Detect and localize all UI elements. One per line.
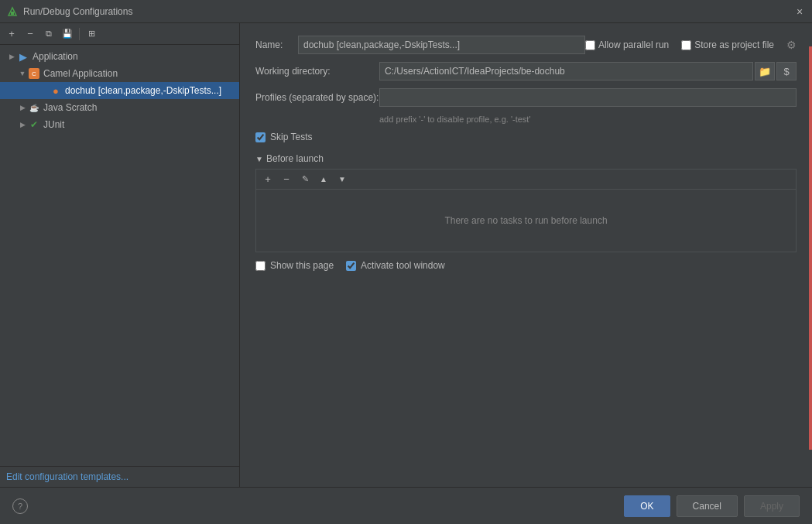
gear-icon[interactable]: ⚙ (786, 39, 797, 51)
junit-icon: ✔ (28, 118, 40, 131)
profiles-input[interactable] (379, 88, 797, 107)
before-launch-toggle[interactable]: ▼ (255, 155, 263, 163)
save-config-button[interactable]: 💾 (59, 26, 76, 43)
skip-tests-checkbox[interactable] (255, 132, 266, 142)
working-dir-row: Working directory: 📁 $ (255, 62, 797, 80)
application-icon: ▶ (17, 50, 29, 63)
working-dir-input-wrap: 📁 $ (379, 62, 797, 80)
tree-item-dochub-label: dochub [clean,package,-DskipTests...] (65, 85, 221, 96)
toolbar-separator (79, 28, 80, 40)
before-launch-up-button[interactable]: ▲ (315, 171, 332, 188)
tree-item-application-label: Application (33, 51, 78, 62)
java-expand-icon: ▶ (17, 102, 28, 113)
show-page-checkbox[interactable] (255, 261, 266, 271)
allow-parallel-checkbox[interactable] (585, 40, 595, 50)
allow-parallel-item: Allow parallel run (585, 39, 669, 50)
tree-item-camel-label: Camel Application (43, 68, 118, 79)
name-input[interactable] (298, 36, 585, 54)
profiles-row: Profiles (separated by space): (255, 88, 797, 107)
add-config-button[interactable]: + (3, 26, 20, 43)
tree-item-java-label: Java Scratch (43, 102, 97, 113)
title-bar: Run/Debug Configurations × (0, 0, 812, 23)
before-launch-toolbar: + − ✎ ▲ ▼ (256, 170, 796, 190)
tree-item-java-scratch[interactable]: ▶ ☕ Java Scratch (0, 99, 239, 116)
camel-expand-icon: ▼ (17, 68, 28, 79)
tree-item-junit-label: JUnit (43, 119, 64, 130)
before-launch-box: + − ✎ ▲ ▼ There are no tasks to run befo… (255, 169, 797, 252)
show-page-item: Show this page (255, 260, 334, 271)
remove-config-button[interactable]: − (22, 26, 39, 43)
before-launch-down-button[interactable]: ▼ (334, 171, 351, 188)
before-launch-empty: There are no tasks to run before launch (256, 190, 796, 252)
bottom-bar: ? OK Cancel Apply (0, 487, 812, 524)
apply-button[interactable]: Apply (744, 495, 800, 517)
java-icon: ☕ (28, 101, 40, 114)
profiles-hint: add prefix '-' to disable profile, e.g. … (379, 115, 797, 124)
before-launch-edit-button[interactable]: ✎ (296, 171, 313, 188)
skip-tests-row: Skip Tests (255, 132, 797, 142)
junit-expand-icon: ▶ (17, 119, 28, 130)
right-panel: Name: Allow parallel run Store as projec… (240, 23, 812, 487)
sort-config-button[interactable]: ⊞ (83, 26, 100, 43)
working-dir-var-button[interactable]: $ (776, 62, 797, 80)
dialog-icon (6, 5, 19, 18)
activate-tool-window-checkbox[interactable] (346, 261, 356, 271)
before-launch-remove-button[interactable]: − (278, 171, 295, 188)
skip-tests-label: Skip Tests (270, 132, 312, 142)
close-button[interactable]: × (793, 5, 806, 18)
working-dir-input[interactable] (379, 62, 753, 80)
right-stripe (809, 46, 812, 450)
store-as-project-checkbox[interactable] (681, 40, 691, 50)
show-page-label: Show this page (270, 260, 334, 271)
working-dir-label: Working directory: (255, 66, 379, 77)
run-debug-dialog: Run/Debug Configurations × + − ⧉ 💾 ⊞ ▶ ▶… (0, 0, 812, 524)
bottom-checkboxes: Show this page Activate tool window (255, 260, 797, 271)
expand-icon: ▶ (6, 51, 17, 62)
tree-item-camel-application[interactable]: ▼ C Camel Application (0, 65, 239, 82)
ok-button[interactable]: OK (624, 495, 670, 517)
profiles-label: Profiles (separated by space): (255, 92, 379, 103)
name-label: Name: (255, 39, 298, 50)
store-as-project-item: Store as project file (681, 39, 774, 50)
left-panel: + − ⧉ 💾 ⊞ ▶ ▶ Application ▼ (0, 23, 240, 487)
before-launch-title: Before launch (266, 153, 324, 164)
tree-item-junit[interactable]: ▶ ✔ JUnit (0, 116, 239, 133)
name-row: Name: Allow parallel run Store as projec… (255, 36, 797, 54)
tree-item-application[interactable]: ▶ ▶ Application (0, 48, 239, 65)
allow-parallel-label: Allow parallel run (598, 39, 669, 50)
help-button[interactable]: ? (12, 498, 28, 514)
camel-icon: C (28, 67, 40, 80)
tree-toolbar: + − ⧉ 💾 ⊞ (0, 23, 239, 45)
working-dir-browse-button[interactable]: 📁 (755, 62, 775, 80)
cancel-button[interactable]: Cancel (677, 495, 738, 517)
store-as-project-label: Store as project file (694, 39, 774, 50)
edit-templates-link[interactable]: Edit configuration templates... (6, 471, 128, 482)
left-bottom: Edit configuration templates... (0, 466, 239, 487)
before-launch-add-button[interactable]: + (259, 171, 276, 188)
copy-config-button[interactable]: ⧉ (40, 26, 57, 43)
top-checkboxes: Allow parallel run Store as project file… (585, 39, 797, 51)
dochub-expand-icon (39, 85, 50, 96)
activate-tool-window-item: Activate tool window (346, 260, 445, 271)
svg-rect-1 (11, 12, 14, 15)
config-tree: ▶ ▶ Application ▼ C Camel Application ● … (0, 45, 239, 466)
tree-item-dochub[interactable]: ● dochub [clean,package,-DskipTests...] (0, 82, 239, 99)
before-launch-header: ▼ Before launch (255, 153, 797, 164)
activate-tool-window-label: Activate tool window (361, 260, 445, 271)
dialog-title: Run/Debug Configurations (23, 6, 793, 17)
dochub-run-icon: ● (50, 84, 62, 97)
